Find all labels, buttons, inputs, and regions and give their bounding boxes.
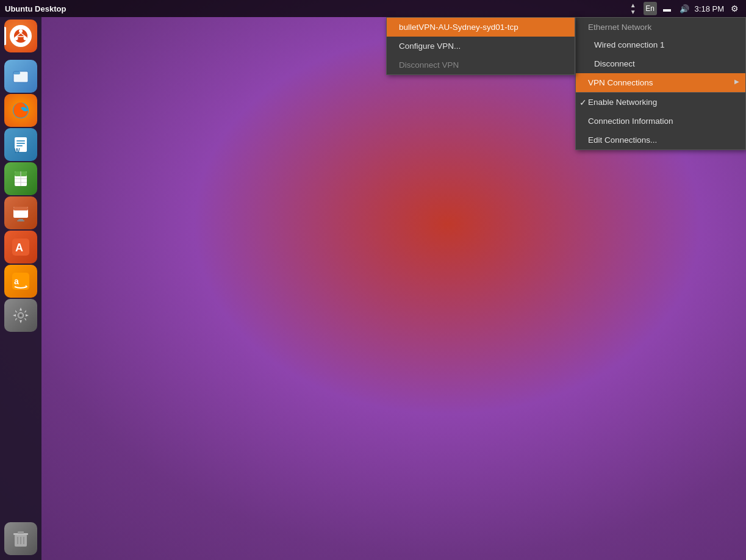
vpn-configure[interactable]: Configure VPN...: [387, 37, 575, 56]
volume-icon[interactable]: 🔊: [678, 2, 691, 15]
svg-point-2: [24, 37, 27, 40]
menu-vpn-connections[interactable]: VPN Connections: [576, 73, 745, 92]
sidebar-item-amazon[interactable]: a: [4, 265, 37, 298]
menu-disconnect[interactable]: Disconnect: [576, 54, 745, 73]
sidebar-item-calc[interactable]: [4, 162, 37, 195]
sidebar-item-impress[interactable]: [4, 196, 37, 229]
svg-rect-9: [16, 140, 25, 142]
sidebar: W A: [0, 17, 41, 560]
svg-rect-5: [13, 71, 20, 74]
sidebar-item-ubuntu[interactable]: [4, 20, 37, 52]
clock[interactable]: 3:18 PM: [695, 4, 724, 13]
vpn-submenu: bulletVPN-AU-Sydney-syd01-tcp Configure …: [386, 17, 575, 75]
panel-title: Ubuntu Desktop: [5, 4, 66, 13]
menu-wired-connection[interactable]: Wired connection 1: [576, 35, 745, 54]
sidebar-item-firefox[interactable]: [4, 94, 37, 127]
svg-rect-19: [13, 207, 28, 210]
network-icon[interactable]: ▲ ▼: [626, 2, 640, 15]
svg-text:W: W: [14, 148, 20, 154]
vpn-bullet-item[interactable]: bulletVPN-AU-Sydney-syd01-tcp: [387, 18, 575, 37]
panel-left: Ubuntu Desktop: [5, 4, 66, 13]
svg-rect-20: [18, 219, 23, 220]
desktop: Ubuntu Desktop ▲ ▼ En ▬ 🔊 3:18 PM ⚙: [0, 0, 746, 560]
menu-connection-information[interactable]: Connection Information: [576, 112, 745, 131]
menu-edit-connections[interactable]: Edit Connections...: [576, 131, 745, 149]
svg-rect-21: [17, 220, 24, 221]
svg-text:a: a: [14, 276, 19, 286]
system-settings-icon[interactable]: ⚙: [728, 2, 741, 15]
svg-point-3: [15, 37, 18, 40]
svg-point-28: [20, 314, 22, 317]
svg-rect-31: [18, 531, 24, 534]
vpn-disconnect[interactable]: Disconnect VPN: [387, 56, 575, 74]
sidebar-item-appstore[interactable]: A: [4, 231, 37, 264]
menu-ethernet-header: Ethernet Network: [576, 18, 745, 35]
top-panel: Ubuntu Desktop ▲ ▼ En ▬ 🔊 3:18 PM ⚙: [0, 0, 746, 17]
battery-icon[interactable]: ▬: [661, 2, 674, 15]
sidebar-item-settings[interactable]: [4, 299, 37, 332]
keyboard-layout-icon[interactable]: En: [644, 2, 657, 15]
network-dropdown-menu: Ethernet Network Wired connection 1 Disc…: [575, 17, 746, 150]
sidebar-item-trash[interactable]: [4, 522, 37, 555]
svg-rect-11: [16, 145, 23, 146]
sidebar-item-writer[interactable]: W: [4, 128, 37, 161]
svg-text:A: A: [15, 242, 23, 254]
sidebar-item-files[interactable]: [4, 60, 37, 93]
svg-rect-10: [16, 143, 25, 144]
panel-right: ▲ ▼ En ▬ 🔊 3:18 PM ⚙: [626, 2, 741, 15]
menu-enable-networking[interactable]: Enable Networking: [576, 92, 745, 112]
